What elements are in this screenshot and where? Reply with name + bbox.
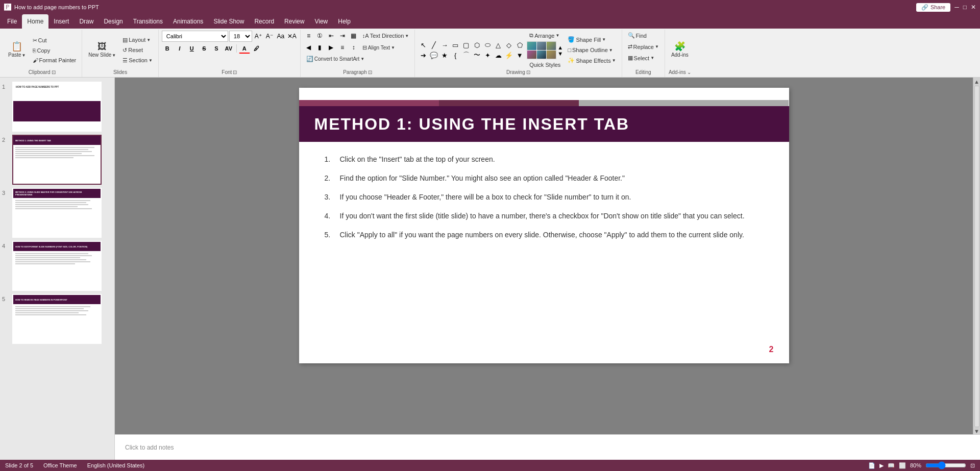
shape-arrow-right[interactable]: ➔	[418, 51, 428, 60]
shape-arrow-line[interactable]: →	[439, 40, 450, 49]
section-dropdown[interactable]: ▼	[149, 58, 153, 63]
justify-button[interactable]: ≡	[337, 42, 348, 53]
highlight-button[interactable]: 🖊	[251, 43, 262, 54]
right-scrollbar[interactable]: ▲ ▼	[973, 78, 980, 434]
decrease-font-button[interactable]: A⁻	[264, 31, 275, 41]
share-button[interactable]: 🔗 Share	[916, 3, 950, 12]
convert-smartart-button[interactable]: 🔄 Convert to SmartArt ▼	[304, 54, 367, 64]
normal-view-icon[interactable]: ⬜	[899, 462, 906, 469]
bullets-button[interactable]: ≡	[304, 31, 314, 41]
font-size-select[interactable]: 18	[229, 31, 252, 42]
shape-triangle[interactable]: △	[493, 40, 503, 49]
shadow-button[interactable]: S	[211, 43, 222, 54]
slide-show-icon[interactable]: ▶	[879, 462, 884, 469]
shape-snip-rect[interactable]: ⬡	[472, 40, 482, 49]
shape-pentagon[interactable]: ⬠	[514, 40, 525, 49]
close-icon[interactable]: ✕	[971, 4, 976, 11]
copy-button[interactable]: ⎘ Copy	[30, 46, 79, 55]
shape-misc3[interactable]: ⚡	[504, 51, 514, 60]
char-spacing-button[interactable]: AV	[223, 43, 234, 54]
maximize-icon[interactable]: □	[963, 4, 967, 11]
reading-view-icon[interactable]: 📖	[888, 462, 895, 469]
tab-view[interactable]: View	[309, 14, 333, 29]
section-button[interactable]: ☰ Section ▼	[120, 56, 155, 65]
font-color-button[interactable]: A	[239, 43, 250, 54]
zoom-fit-icon[interactable]: ⊡	[970, 462, 975, 469]
layout-dropdown[interactable]: ▼	[146, 38, 151, 42]
scroll-up-icon[interactable]: ▲	[974, 79, 979, 85]
replace-button[interactable]: ⇄ Replace ▼	[625, 42, 662, 52]
slide-item-1[interactable]: 1 HOW TO ADD PAGE NUMBERS TO PPT	[2, 82, 112, 132]
slide-canvas-area[interactable]: METHOD 1: USING THE INSERT TAB 1. Click …	[115, 78, 973, 434]
slide-thumb-3[interactable]: METHOD 2: USING SLIDE MASTER FOR CONSIST…	[12, 188, 102, 238]
select-button[interactable]: ▦ Select ▼	[625, 53, 657, 63]
cut-button[interactable]: ✂ Cut	[30, 36, 79, 45]
shape-outline-button[interactable]: □ Shape Outline ▼	[565, 45, 618, 55]
clear-formatting-button[interactable]: ✕A	[287, 31, 297, 41]
columns-button[interactable]: ▦	[349, 31, 359, 41]
shape-arc[interactable]: ⌒	[461, 51, 471, 60]
reset-button[interactable]: ↺ Reset	[120, 45, 155, 55]
shape-rectangle[interactable]: ▭	[450, 40, 460, 49]
shape-wave[interactable]: 〜	[472, 51, 482, 60]
slide-thumb-1[interactable]: HOW TO ADD PAGE NUMBERS TO PPT	[12, 82, 102, 132]
paste-dropdown-icon[interactable]: ▼	[22, 53, 26, 58]
paragraph-dialog-icon[interactable]: ⊡	[368, 69, 372, 75]
align-text-button[interactable]: ⊟ Align Text ▼	[360, 43, 398, 53]
tab-review[interactable]: Review	[279, 14, 309, 29]
slide-thumb-5[interactable]: HOW TO REMOVE PAGE NUMBERS IN POWERPOINT	[12, 294, 102, 344]
slide-item-5[interactable]: 5 HOW TO REMOVE PAGE NUMBERS IN POWERPOI…	[2, 294, 112, 344]
slide-item-2[interactable]: 2 METHOD 1: USING THE INSERT TAB	[2, 135, 112, 185]
shape-fill-button[interactable]: 🪣 Shape Fill ▼	[565, 35, 618, 44]
tab-slideshow[interactable]: Slide Show	[208, 14, 249, 29]
shape-brace[interactable]: {	[450, 51, 460, 60]
tab-design[interactable]: Design	[99, 14, 128, 29]
slide-thumb-2[interactable]: METHOD 1: USING THE INSERT TAB	[12, 135, 102, 185]
zoom-slider[interactable]	[925, 461, 966, 469]
clipboard-dialog-icon[interactable]: ⊡	[52, 69, 56, 75]
tab-animations[interactable]: Animations	[168, 14, 208, 29]
line-spacing-button[interactable]: ↕	[349, 42, 359, 53]
drawing-dialog-icon[interactable]: ⊡	[526, 69, 530, 75]
slide-thumb-4[interactable]: HOW TO EDIT/FORMAT SLIDE NUMBERS (FONT S…	[12, 241, 102, 291]
shape-rounded-rect[interactable]: ▢	[461, 40, 471, 49]
shape-more[interactable]: ▼	[514, 51, 525, 60]
shape-select-arrow[interactable]: ↖	[418, 40, 428, 49]
arrange-button[interactable]: ⧉ Arrange ▼	[527, 31, 563, 40]
shape-line[interactable]: ╱	[429, 40, 439, 49]
tab-home[interactable]: Home	[22, 14, 48, 29]
tab-file[interactable]: File	[2, 14, 22, 29]
tab-help[interactable]: Help	[333, 14, 356, 29]
scroll-thumb[interactable]	[974, 86, 979, 427]
underline-button[interactable]: U	[186, 43, 198, 54]
align-right-button[interactable]: ▶	[326, 42, 336, 53]
numbering-button[interactable]: ①	[315, 31, 325, 41]
new-slide-button[interactable]: 🖼 New Slide ▼	[85, 40, 119, 60]
shape-misc1[interactable]: ✦	[482, 51, 493, 60]
quick-styles-label[interactable]: Quick Styles	[527, 60, 563, 69]
font-dialog-icon[interactable]: ⊡	[233, 69, 237, 75]
shape-callout[interactable]: 💬	[429, 51, 439, 60]
scroll-down-icon[interactable]: ▼	[974, 428, 979, 434]
notes-view-icon[interactable]: 📄	[868, 462, 875, 469]
slide-content-area[interactable]: 1. Click on the "Insert" tab at the top …	[325, 154, 764, 249]
layout-button[interactable]: ▤ Layout ▼	[120, 35, 155, 45]
change-case-button[interactable]: Aa	[276, 31, 286, 41]
quick-styles-scroll[interactable]: ▲ ▼	[557, 44, 563, 57]
increase-indent-button[interactable]: ⇥	[337, 31, 348, 41]
slide-canvas[interactable]: METHOD 1: USING THE INSERT TAB 1. Click …	[299, 88, 789, 363]
tab-record[interactable]: Record	[249, 14, 279, 29]
tab-insert[interactable]: Insert	[48, 14, 74, 29]
italic-button[interactable]: I	[174, 43, 185, 54]
increase-font-button[interactable]: A⁺	[253, 31, 263, 41]
tab-transitions[interactable]: Transitions	[128, 14, 168, 29]
shape-misc2[interactable]: ☁	[493, 51, 503, 60]
align-left-button[interactable]: ◀	[304, 42, 314, 53]
slide-item-4[interactable]: 4 HOW TO EDIT/FORMAT SLIDE NUMBERS (FONT…	[2, 241, 112, 291]
slide-header-box[interactable]: METHOD 1: USING THE INSERT TAB	[299, 106, 789, 142]
slide-item-3[interactable]: 3 METHOD 2: USING SLIDE MASTER FOR CONSI…	[2, 188, 112, 238]
shape-diamond[interactable]: ◇	[504, 40, 514, 49]
align-center-button[interactable]: ▮	[315, 42, 325, 53]
strikethrough-button[interactable]: S	[199, 43, 210, 54]
shape-star[interactable]: ★	[439, 51, 450, 60]
